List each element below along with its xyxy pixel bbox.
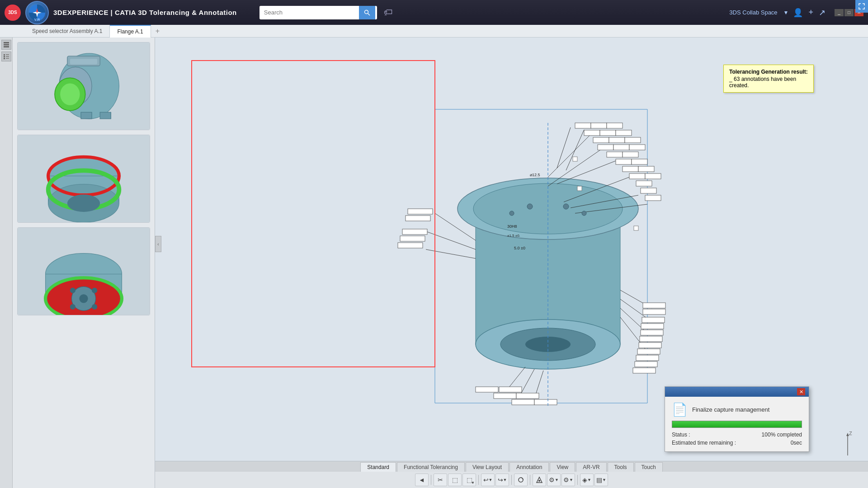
progress-status-label: Status : (672, 432, 690, 438)
paste-button[interactable]: ⬚▼ (462, 474, 476, 486)
progress-status-row: Status : 100% completed (672, 432, 802, 438)
svg-point-28 (67, 194, 100, 212)
progress-dialog: ✕ 📄 Finalize capture management Status :… (665, 386, 809, 452)
titlebar-icons: 👤 + ↗ (793, 8, 826, 18)
minimize-button[interactable]: _ (835, 9, 844, 16)
progress-status-value: 100% completed (762, 432, 802, 438)
3d-model-svg: ⌀12.5 30H8 ±1.5 ±0. 5.0 ±0 ⌀15.0 / ⌀4 1.… (354, 87, 670, 412)
svg-point-4 (364, 10, 368, 14)
svg-rect-7 (4, 44, 9, 46)
svg-rect-9 (4, 54, 5, 56)
cut-button[interactable]: ✂ (434, 474, 447, 486)
copy-button[interactable]: ⬚ (448, 474, 462, 486)
svg-rect-8 (4, 46, 9, 47)
svg-rect-77 (645, 174, 661, 179)
progress-dialog-content: 📄 Finalize capture management Status : 1… (665, 397, 809, 451)
toolbar-tab-touch[interactable]: Touch (635, 462, 663, 472)
collab-space-chevron-icon: ▼ (783, 9, 789, 16)
thumbnail-1[interactable] (17, 42, 150, 130)
svg-marker-1 (36, 13, 38, 17)
share-icon[interactable]: ↗ (819, 8, 826, 18)
svg-text:Z: Z (849, 431, 852, 436)
sidebar-icon-history[interactable] (1, 40, 11, 50)
svg-point-18 (60, 83, 80, 105)
toolbar-arrow-button[interactable]: ◄ (415, 474, 429, 486)
svg-rect-63 (616, 130, 632, 136)
collab-space-label[interactable]: 3DS Collab Space (729, 9, 777, 16)
toolbar-tab-functional[interactable]: Functional Tolerancing (397, 462, 465, 472)
tab-speed-selector[interactable]: Speed selector Assembly A.1 (25, 25, 110, 38)
svg-rect-10 (6, 54, 9, 55)
svg-point-134 (538, 480, 540, 482)
svg-rect-112 (494, 393, 516, 399)
svg-rect-71 (623, 152, 638, 157)
thumbnail-3[interactable] (17, 227, 150, 315)
svg-rect-59 (591, 123, 607, 128)
svg-rect-101 (640, 336, 662, 342)
toolbar-tab-viewlayout[interactable]: View Layout (466, 462, 509, 472)
settings-button[interactable]: ⚙▼ (547, 474, 561, 486)
toolbar-separator-4 (530, 475, 530, 485)
tab-flange[interactable]: Flange A.1 (110, 25, 151, 38)
snap-button[interactable] (533, 474, 546, 486)
svg-rect-82 (577, 186, 582, 191)
svg-rect-79 (641, 188, 656, 193)
sidebar-icon-tree[interactable] (1, 52, 11, 61)
toolbar-tab-standard[interactable]: Standard (360, 462, 396, 472)
svg-rect-20 (70, 59, 97, 64)
axis-indicator: Z (836, 431, 859, 459)
svg-rect-114 (512, 399, 534, 405)
svg-rect-11 (4, 56, 5, 57)
undo-button[interactable]: ↩▼ (481, 474, 495, 486)
svg-rect-64 (593, 137, 609, 143)
svg-rect-104 (636, 355, 659, 361)
maximize-button[interactable]: □ (844, 9, 854, 16)
svg-rect-89 (402, 229, 427, 235)
tag-button[interactable]: 🏷 (384, 7, 393, 18)
search-input[interactable] (259, 6, 359, 19)
svg-rect-74 (623, 166, 638, 172)
svg-rect-60 (607, 123, 623, 128)
panel-collapse-button[interactable]: ‹ (155, 236, 161, 252)
svg-rect-96 (643, 303, 665, 308)
toolbar-tab-row: Standard Functional Tolerancing View Lay… (155, 461, 868, 472)
svg-point-120 (582, 211, 586, 216)
svg-rect-22 (100, 112, 111, 118)
main-viewport[interactable]: Tolerancing Generation result: _ 63 anno… (155, 38, 868, 488)
main-area: ‹ Tolerancing Generation result: _ 63 an… (0, 38, 868, 488)
redo-button[interactable]: ↪▼ (495, 474, 509, 486)
add-icon[interactable]: + (808, 8, 813, 17)
search-button[interactable] (359, 6, 375, 19)
toolbar-separator-1 (431, 475, 431, 485)
toolbar-tab-tools[interactable]: Tools (608, 462, 634, 472)
svg-rect-83 (634, 226, 638, 230)
svg-rect-72 (616, 159, 632, 164)
svg-text:30H8: 30H8 (507, 224, 517, 229)
svg-point-37 (92, 304, 97, 310)
toolbar-tab-view[interactable]: View (550, 462, 575, 472)
tab-add-button[interactable]: + (151, 27, 164, 35)
rotate-button[interactable] (514, 474, 528, 486)
tabbar: Speed selector Assembly A.1 Flange A.1 + (0, 25, 868, 38)
user-icon[interactable]: 👤 (793, 8, 803, 18)
svg-point-118 (563, 204, 569, 209)
thumbnail-2[interactable] (17, 135, 150, 223)
svg-point-35 (92, 288, 97, 293)
svg-rect-76 (629, 174, 645, 179)
progress-time-row: Estimated time remaining : 0sec (672, 440, 802, 446)
svg-line-108 (521, 369, 534, 394)
svg-rect-6 (4, 42, 9, 43)
toolbar-separator-5 (577, 475, 578, 485)
progress-close-button[interactable]: ✕ (797, 388, 805, 395)
toolbar-tab-annotation[interactable]: Annotation (509, 462, 549, 472)
compass-button[interactable]: V.R (25, 1, 49, 24)
tooltip-line1: Tolerancing Generation result: (729, 69, 808, 75)
options-button[interactable]: ⚙▼ (561, 474, 575, 486)
display-button[interactable]: ◈▼ (580, 474, 594, 486)
svg-rect-12 (6, 56, 9, 57)
toolbar-tab-arvr[interactable]: AR-VR (576, 462, 606, 472)
search-icon (364, 9, 370, 16)
expand-icon[interactable] (855, 0, 868, 13)
view-button[interactable]: ▤▼ (594, 474, 608, 486)
progress-dialog-titlebar: ✕ (665, 387, 809, 397)
